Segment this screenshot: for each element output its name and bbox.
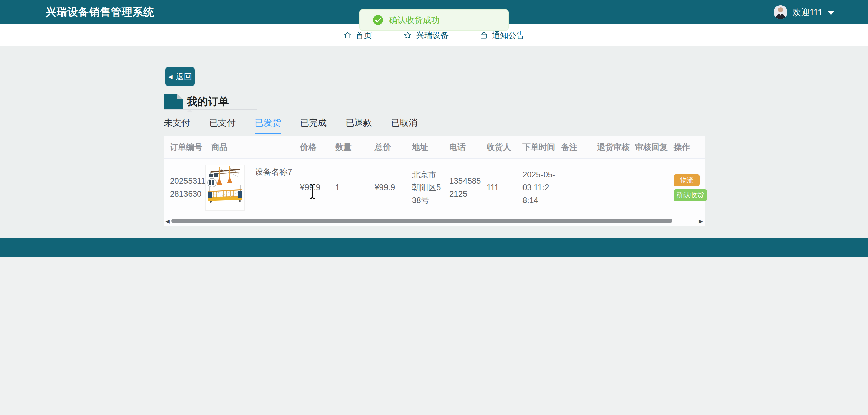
briefcase-icon [480,31,488,39]
folded-page-icon [164,94,183,110]
nav-item-label: 通知公告 [492,30,525,41]
col-header-actions: 操作 [668,136,705,158]
tab-completed[interactable]: 已完成 [300,117,327,134]
back-button-label: 返回 [176,71,192,82]
nav-item-notices[interactable]: 通知公告 [480,30,525,41]
col-header-order-no: 订单编号 [164,136,206,158]
col-header-quantity: 数量 [330,136,369,158]
cell-remark [556,159,592,216]
tab-refunded[interactable]: 已退款 [346,117,372,134]
home-icon [343,31,352,39]
orders-table: 订单编号 商品 价格 数量 总价 地址 电话 收货人 下单时间 备注 退货审核 … [164,136,705,226]
app-title: 兴瑞设备销售管理系统 [46,5,154,19]
star-icon [403,31,412,40]
page-title: 我的订单 [187,95,229,109]
fold-corner [177,94,183,99]
tab-unpaid[interactable]: 未支付 [164,117,190,134]
tab-shipped[interactable]: 已发货 [255,117,281,134]
col-header-audit-reply: 审核回复 [630,136,668,158]
product-name[interactable]: 设备名称7 [255,165,292,178]
cell-total: ¥99.9 [369,159,407,216]
nav-item-equipment[interactable]: 兴瑞设备 [403,30,449,41]
tab-cancelled[interactable]: 已取消 [391,117,417,134]
tab-paid[interactable]: 已支付 [209,117,236,134]
cell-consignee: 111 [481,159,517,216]
col-header-return-audit: 退货审核 [592,136,630,158]
cell-audit-reply [630,159,668,216]
table-row: 202553112813630 [164,159,705,216]
cell-return-audit [592,159,630,216]
confirm-receipt-button[interactable]: 确认收货 [674,189,707,201]
table-header-row: 订单编号 商品 价格 数量 总价 地址 电话 收货人 下单时间 备注 退货审核 … [164,136,705,159]
cell-price: ¥99.9 [295,159,330,216]
scroll-left-arrow[interactable]: ◀ [165,218,170,224]
scrollbar-thumb[interactable] [171,219,672,223]
check-circle-icon [373,15,383,25]
arrow-left-icon: ◀ [168,74,172,80]
page-title-row: 我的订单 [164,94,229,110]
col-header-price: 价格 [295,136,330,158]
col-header-phone: 电话 [444,136,481,158]
back-button[interactable]: ◀ 返回 [165,67,195,86]
toast-message: 确认收货成功 [389,15,440,26]
nav-item-label: 首页 [356,30,372,41]
cell-product: 设备名称7 [206,159,295,216]
user-avatar[interactable] [774,5,787,19]
logistics-button[interactable]: 物流 [674,174,700,186]
cell-address: 北京市朝阳区538号 [407,159,444,216]
col-header-order-time: 下单时间 [517,136,556,158]
col-header-address: 地址 [407,136,444,158]
scroll-right-arrow[interactable]: ▶ [698,218,704,224]
cell-actions: 物流 确认收货 [668,159,707,216]
nav-item-home[interactable]: 首页 [343,30,372,41]
col-header-total: 总价 [369,136,407,158]
product-image[interactable] [206,165,244,210]
success-toast: 确认收货成功 [359,9,509,31]
horizontal-scrollbar: ◀ ▶ [164,217,705,226]
cell-quantity: 1 [330,159,369,216]
app-footer [0,238,868,257]
col-header-consignee: 收货人 [481,136,517,158]
col-header-remark: 备注 [556,136,592,158]
col-header-product: 商品 [206,136,295,158]
cell-order-time: 2025-05-03 11:28:14 [517,159,556,216]
order-status-tabs: 未支付 已支付 已发货 已完成 已退款 已取消 [164,117,417,134]
suspended-platform-photo [206,165,244,210]
title-divider [164,109,257,110]
user-menu[interactable]: 欢迎111 [774,0,834,24]
cell-phone: 13545852125 [444,159,481,216]
cell-order-no: 202553112813630 [164,159,206,216]
nav-item-label: 兴瑞设备 [416,30,449,41]
chevron-down-icon [828,11,834,15]
welcome-label: 欢迎111 [793,7,823,18]
avatar-person-image [774,5,787,19]
